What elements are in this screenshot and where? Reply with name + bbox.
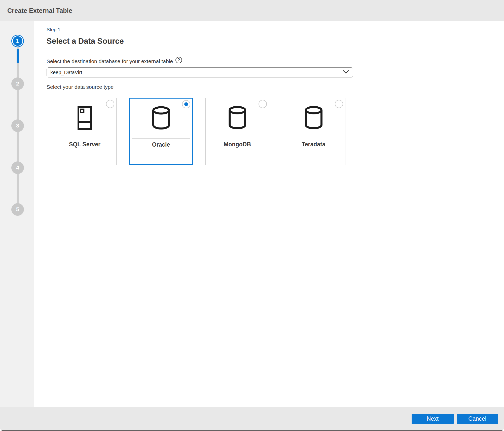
step-label: Step 1 bbox=[47, 27, 504, 32]
step-indicator-4[interactable]: 4 bbox=[11, 161, 24, 174]
step-number: 4 bbox=[16, 164, 19, 171]
next-button[interactable]: Next bbox=[412, 414, 454, 424]
card-label: MongoDB bbox=[206, 141, 269, 148]
destination-db-select[interactable]: keep_DataVirt bbox=[47, 67, 353, 77]
card-divider bbox=[56, 138, 114, 138]
step-number: 5 bbox=[16, 206, 19, 213]
data-source-cards: SQL Server Oracle bbox=[53, 98, 504, 165]
database-icon bbox=[206, 106, 269, 130]
help-icon[interactable]: ? bbox=[175, 57, 182, 63]
step-number: 2 bbox=[16, 80, 19, 87]
step-indicator-2[interactable]: 2 bbox=[11, 77, 24, 90]
cancel-button[interactable]: Cancel bbox=[457, 414, 498, 424]
sql-server-icon bbox=[53, 106, 116, 130]
card-sql-server[interactable]: SQL Server bbox=[53, 98, 117, 165]
dialog-title: Create External Table bbox=[7, 7, 72, 14]
chevron-down-icon bbox=[343, 70, 349, 75]
card-divider bbox=[208, 138, 266, 138]
database-icon bbox=[130, 106, 192, 130]
destination-db-value: keep_DataVirt bbox=[50, 70, 82, 75]
step-number: 1 bbox=[16, 38, 19, 45]
destination-db-label: Select the destination database for your… bbox=[47, 58, 173, 64]
page-title: Select a Data Source bbox=[47, 36, 504, 46]
card-teradata[interactable]: Teradata bbox=[282, 98, 345, 165]
destination-db-label-row: Select the destination database for your… bbox=[47, 58, 504, 65]
step-connector-progress bbox=[17, 49, 19, 63]
step-indicator-1[interactable]: 1 bbox=[12, 35, 23, 47]
wizard-step-rail: 1 2 3 4 5 bbox=[0, 21, 34, 407]
database-icon bbox=[282, 106, 345, 130]
card-label: SQL Server bbox=[53, 141, 116, 148]
dialog-footer: Next Cancel bbox=[0, 407, 504, 431]
card-label: Oracle bbox=[130, 141, 192, 148]
card-mongodb[interactable]: MongoDB bbox=[205, 98, 269, 165]
create-external-table-dialog: Create External Table 1 2 3 4 5 Step 1 S… bbox=[0, 0, 504, 431]
card-divider bbox=[284, 138, 343, 138]
wizard-page-content: Step 1 Select a Data Source Select the d… bbox=[34, 21, 504, 407]
step-indicator-3[interactable]: 3 bbox=[11, 119, 24, 132]
card-oracle[interactable]: Oracle bbox=[129, 98, 193, 165]
source-type-label: Select your data source type bbox=[47, 84, 504, 91]
card-divider bbox=[132, 138, 190, 139]
dialog-header: Create External Table bbox=[0, 0, 504, 21]
card-label: Teradata bbox=[282, 141, 345, 148]
step-number: 3 bbox=[16, 122, 19, 129]
step-indicator-5[interactable]: 5 bbox=[11, 203, 24, 216]
